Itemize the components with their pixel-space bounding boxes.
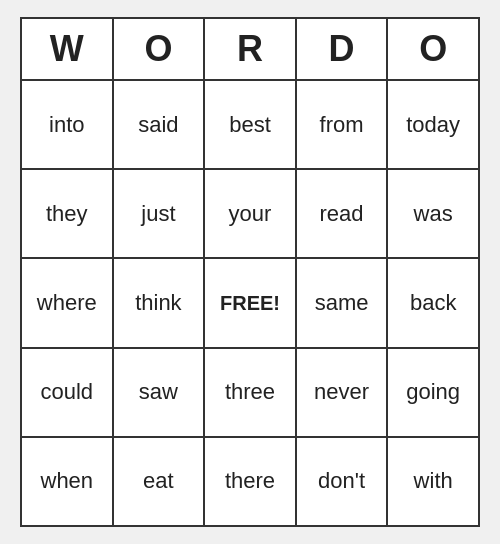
bingo-header: WORDO [22,19,478,81]
bingo-cell-0-4[interactable]: today [388,81,478,168]
bingo-cell-4-4[interactable]: with [388,438,478,525]
bingo-cell-3-3[interactable]: never [297,349,389,436]
bingo-cell-4-2[interactable]: there [205,438,297,525]
bingo-row-0: intosaidbestfromtoday [22,81,478,170]
bingo-cell-1-2[interactable]: your [205,170,297,257]
bingo-cell-3-2[interactable]: three [205,349,297,436]
bingo-card: WORDO intosaidbestfromtodaytheyjustyourr… [20,17,480,527]
bingo-row-2: wherethinkFREE!sameback [22,259,478,348]
bingo-cell-2-0[interactable]: where [22,259,114,346]
bingo-cell-1-3[interactable]: read [297,170,389,257]
header-letter-r: R [205,19,297,79]
bingo-row-1: theyjustyourreadwas [22,170,478,259]
bingo-cell-2-3[interactable]: same [297,259,389,346]
bingo-cell-4-3[interactable]: don't [297,438,389,525]
bingo-row-4: wheneattheredon'twith [22,438,478,525]
bingo-cell-2-4[interactable]: back [388,259,478,346]
bingo-cell-0-1[interactable]: said [114,81,206,168]
bingo-cell-1-0[interactable]: they [22,170,114,257]
bingo-cell-2-2[interactable]: FREE! [205,259,297,346]
bingo-cell-1-4[interactable]: was [388,170,478,257]
bingo-cell-4-1[interactable]: eat [114,438,206,525]
bingo-cell-0-3[interactable]: from [297,81,389,168]
bingo-row-3: couldsawthreenevergoing [22,349,478,438]
bingo-cell-3-1[interactable]: saw [114,349,206,436]
header-letter-o: O [114,19,206,79]
bingo-cell-3-0[interactable]: could [22,349,114,436]
bingo-cell-0-0[interactable]: into [22,81,114,168]
header-letter-d: D [297,19,389,79]
header-letter-o: O [388,19,478,79]
header-letter-w: W [22,19,114,79]
bingo-cell-4-0[interactable]: when [22,438,114,525]
bingo-cell-1-1[interactable]: just [114,170,206,257]
bingo-cell-3-4[interactable]: going [388,349,478,436]
bingo-cell-0-2[interactable]: best [205,81,297,168]
bingo-grid: intosaidbestfromtodaytheyjustyourreadwas… [22,81,478,525]
bingo-cell-2-1[interactable]: think [114,259,206,346]
